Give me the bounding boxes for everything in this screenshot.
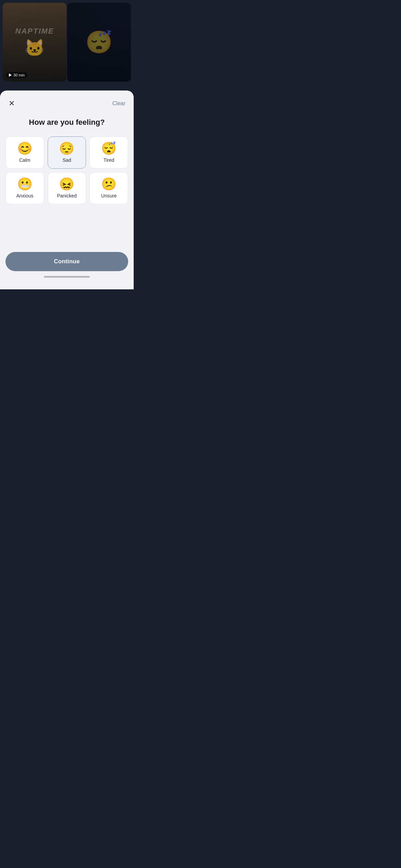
continue-button[interactable]: Continue [5, 252, 128, 271]
modal-header: ✕ Clear [5, 97, 128, 110]
panicked-emoji: 😖 [59, 178, 74, 190]
modal-title: How are you feeling? [5, 118, 128, 127]
modal-overlay: ✕ Clear How are you feeling? 😊Calm😔Sad😴T… [0, 0, 134, 289]
tired-label: Tired [104, 157, 114, 163]
feeling-card-panicked[interactable]: 😖Panicked [48, 172, 86, 204]
unsure-label: Unsure [101, 193, 117, 198]
anxious-emoji: 😬 [17, 178, 33, 190]
feeling-card-anxious[interactable]: 😬Anxious [5, 172, 44, 204]
calm-emoji: 😊 [17, 142, 33, 155]
clear-button[interactable]: Clear [110, 99, 128, 108]
feeling-card-calm[interactable]: 😊Calm [5, 136, 44, 169]
modal-sheet: ✕ Clear How are you feeling? 😊Calm😔Sad😴T… [0, 91, 134, 289]
feeling-card-tired[interactable]: 😴Tired [89, 136, 128, 169]
unsure-emoji: 😕 [101, 178, 117, 190]
tired-emoji: 😴 [101, 142, 117, 155]
panicked-label: Panicked [57, 193, 77, 198]
feeling-card-sad[interactable]: 😔Sad [48, 136, 86, 169]
close-button[interactable]: ✕ [5, 97, 18, 110]
home-indicator [44, 276, 90, 278]
close-icon: ✕ [9, 100, 15, 107]
feelings-grid: 😊Calm😔Sad😴Tired😬Anxious😖Panicked😕Unsure [5, 136, 128, 204]
calm-label: Calm [19, 157, 31, 163]
feeling-card-unsure[interactable]: 😕Unsure [89, 172, 128, 204]
sad-label: Sad [63, 157, 71, 163]
anxious-label: Anxious [16, 193, 33, 198]
sad-emoji: 😔 [59, 142, 74, 155]
